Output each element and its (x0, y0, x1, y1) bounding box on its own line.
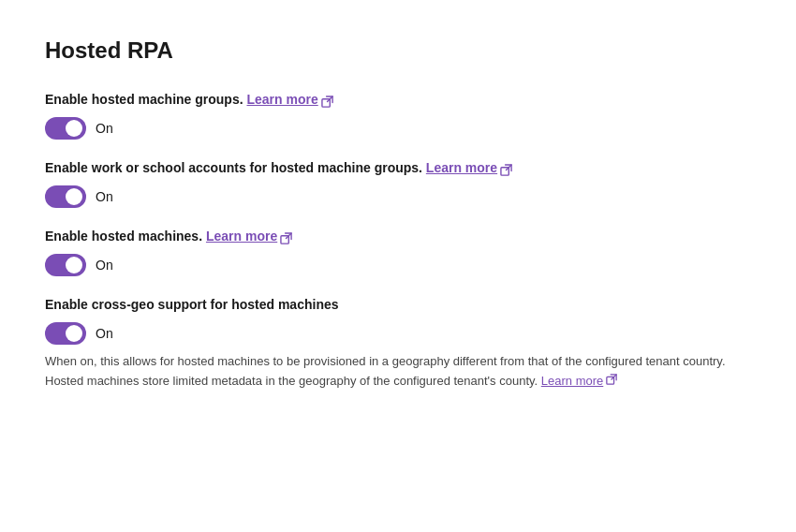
description-learn-more-link-cross-geo-support[interactable]: Learn more (541, 374, 603, 388)
toggle-row-hosted-machines: On (45, 254, 751, 276)
external-link-icon (500, 162, 512, 174)
toggle-state-label-hosted-machines: On (96, 258, 113, 273)
toggle-row-cross-geo-support: On (45, 322, 751, 345)
external-link-icon (321, 94, 333, 106)
external-link-icon (280, 230, 292, 243)
setting-label-work-school-accounts: Enable work or school accounts for hoste… (45, 158, 751, 178)
toggle-state-label-work-school-accounts: On (96, 189, 113, 204)
toggle-track (45, 322, 86, 345)
learn-more-link-work-school-accounts[interactable]: Learn more (426, 160, 497, 175)
setting-block-hosted-machine-groups: Enable hosted machine groups. Learn more… (45, 90, 751, 140)
toggle-row-hosted-machine-groups: On (45, 117, 751, 140)
setting-block-hosted-machines: Enable hosted machines. Learn more On (45, 227, 751, 276)
toggle-row-work-school-accounts: On (45, 185, 751, 208)
toggle-state-label-hosted-machine-groups: On (96, 121, 113, 136)
setting-label-cross-geo-support: Enable cross-geo support for hosted mach… (45, 295, 751, 315)
toggle-track (45, 254, 86, 276)
setting-block-work-school-accounts: Enable work or school accounts for hoste… (45, 158, 751, 208)
toggle-thumb (66, 325, 82, 342)
toggle-thumb (66, 257, 82, 273)
learn-more-link-hosted-machines[interactable]: Learn more (206, 229, 277, 244)
toggle-hosted-machine-groups[interactable] (45, 117, 86, 140)
toggle-thumb (66, 188, 82, 205)
toggle-thumb (66, 120, 82, 137)
page-title: Hosted RPA (45, 37, 751, 64)
setting-label-hosted-machine-groups: Enable hosted machine groups. Learn more (45, 90, 751, 110)
setting-description-cross-geo-support: When on, this allows for hosted machines… (45, 352, 751, 392)
external-link-icon (606, 372, 617, 392)
toggle-hosted-machines[interactable] (45, 254, 86, 276)
toggle-cross-geo-support[interactable] (45, 322, 86, 345)
toggle-state-label-cross-geo-support: On (96, 326, 113, 341)
toggle-track (45, 185, 86, 208)
setting-label-hosted-machines: Enable hosted machines. Learn more (45, 227, 751, 246)
setting-block-cross-geo-support: Enable cross-geo support for hosted mach… (45, 295, 751, 392)
toggle-track (45, 117, 86, 140)
toggle-work-school-accounts[interactable] (45, 185, 86, 208)
learn-more-link-hosted-machine-groups[interactable]: Learn more (246, 92, 317, 107)
